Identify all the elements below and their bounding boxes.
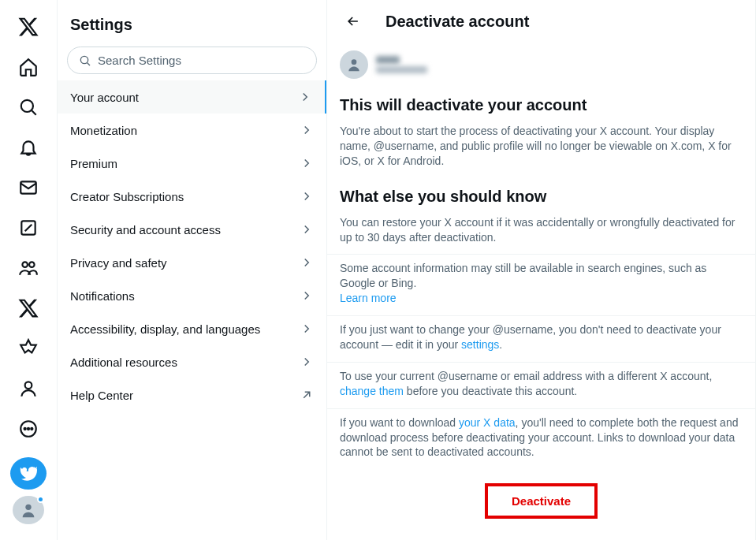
settings-item-accessibility-display-and-languages[interactable]: Accessibility, display, and languages [58, 312, 326, 345]
x-logo-icon[interactable] [9, 9, 47, 43]
user-handle-redacted [376, 66, 427, 73]
chevron-right-icon [300, 289, 314, 303]
settings-item-privacy-and-safety[interactable]: Privacy and safety [58, 246, 326, 279]
x-premium-icon[interactable] [9, 292, 47, 326]
heading-know: What else you should know [327, 178, 755, 209]
account-avatar-button[interactable] [13, 496, 44, 524]
settings-item-label: Monetization [70, 124, 137, 137]
svg-point-9 [31, 428, 32, 430]
settings-item-notifications[interactable]: Notifications [58, 279, 326, 312]
heading-deactivate: This will deactivate your account [327, 87, 755, 117]
settings-item-label: Notifications [70, 289, 135, 303]
settings-item-label: Additional resources [70, 356, 177, 369]
deactivate-button[interactable]: Deactivate [485, 483, 598, 519]
back-button[interactable] [340, 8, 367, 35]
verified-orgs-icon[interactable] [9, 332, 47, 366]
settings-item-label: Security and account access [70, 223, 221, 236]
chevron-right-icon [300, 355, 314, 369]
svg-point-11 [25, 505, 31, 510]
svg-point-5 [25, 382, 32, 389]
settings-list: Your accountMonetizationPremiumCreator S… [58, 80, 326, 412]
user-display-name-redacted [376, 56, 400, 64]
settings-item-label: Creator Subscriptions [70, 190, 184, 203]
settings-item-label: Premium [70, 157, 117, 170]
chevron-right-icon [300, 322, 314, 336]
settings-title: Settings [58, 9, 326, 47]
settings-item-security-and-account-access[interactable]: Security and account access [58, 213, 326, 246]
change-username-info: If you just want to change your @usernam… [327, 316, 755, 363]
settings-item-help-center[interactable]: Help Center [58, 378, 326, 412]
svg-point-4 [29, 262, 35, 267]
settings-search[interactable] [67, 47, 317, 74]
search-icon[interactable] [9, 90, 47, 124]
settings-item-monetization[interactable]: Monetization [58, 114, 326, 147]
notifications-icon[interactable] [9, 130, 47, 164]
chevron-right-icon [300, 255, 314, 270]
search-icon [79, 54, 91, 67]
compose-button[interactable] [10, 457, 47, 490]
home-icon[interactable] [9, 50, 47, 84]
nav-rail [0, 0, 57, 540]
chevron-right-icon [300, 156, 314, 170]
settings-search-input[interactable] [98, 54, 305, 67]
more-icon[interactable] [9, 412, 47, 446]
chevron-right-icon [300, 222, 314, 236]
restore-info: You can restore your X account if it was… [327, 209, 755, 255]
detail-title: Deactivate account [385, 13, 529, 31]
learn-more-link[interactable]: Learn more [340, 292, 397, 304]
change-them-link[interactable]: change them [340, 385, 404, 397]
communities-icon[interactable] [9, 251, 47, 285]
svg-point-3 [22, 262, 28, 267]
your-x-data-link[interactable]: your X data [459, 416, 516, 429]
settings-item-label: Accessibility, display, and languages [70, 322, 260, 336]
reuse-username-info: To use your current @username or email a… [327, 363, 755, 409]
svg-point-0 [21, 99, 33, 111]
svg-point-7 [24, 428, 26, 430]
settings-link[interactable]: settings [461, 338, 499, 351]
external-link-icon [300, 388, 314, 402]
settings-item-additional-resources[interactable]: Additional resources [58, 345, 326, 378]
download-data-info: If you want to download your X data, you… [327, 409, 755, 470]
settings-item-your-account[interactable]: Your account [58, 80, 326, 114]
user-meta [376, 56, 427, 73]
settings-item-creator-subscriptions[interactable]: Creator Subscriptions [58, 180, 326, 213]
settings-item-label: Help Center [70, 389, 133, 402]
settings-item-label: Privacy and safety [70, 256, 167, 270]
grok-icon[interactable] [9, 210, 47, 244]
svg-point-12 [80, 56, 88, 63]
user-avatar-icon [340, 50, 368, 79]
chevron-right-icon [300, 189, 314, 203]
svg-point-8 [28, 428, 29, 430]
deactivate-description: You're about to start the process of dea… [327, 117, 755, 178]
svg-point-13 [352, 59, 357, 65]
chevron-right-icon [298, 90, 312, 104]
user-summary[interactable] [327, 43, 755, 87]
chevron-right-icon [300, 123, 314, 137]
search-engine-info: Some account information may still be av… [327, 255, 755, 316]
notification-dot [37, 496, 44, 503]
settings-panel: Settings Your accountMonetizationPremium… [57, 0, 327, 540]
messages-icon[interactable] [9, 170, 47, 204]
detail-panel: Deactivate account This will deactivate … [327, 0, 756, 540]
settings-item-premium[interactable]: Premium [58, 147, 326, 180]
profile-icon[interactable] [9, 372, 47, 406]
settings-item-label: Your account [70, 91, 139, 104]
